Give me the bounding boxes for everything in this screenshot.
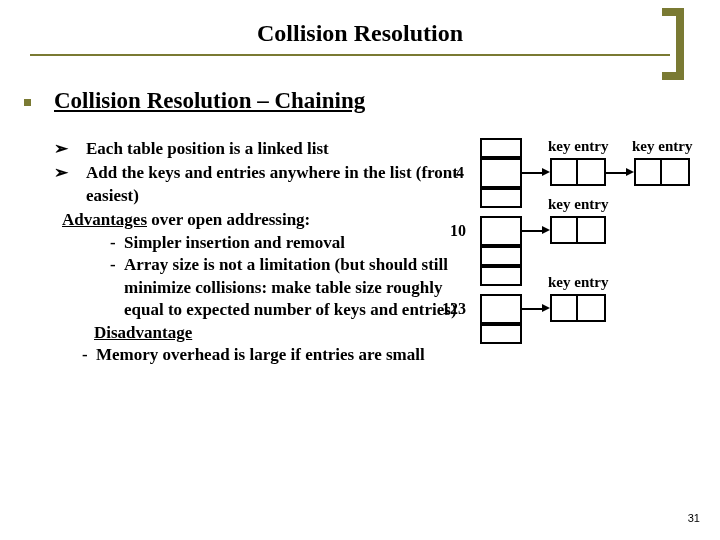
array-slot: [480, 138, 522, 158]
advantages-heading: Advantages over open addressing:: [54, 209, 464, 231]
array-slot: [480, 188, 522, 208]
dash-icon: -: [110, 232, 124, 254]
arrow-right-icon: [542, 168, 550, 176]
bullet-2: ➢ Add the keys and entries anywhere in t…: [54, 162, 464, 207]
content-block: ➢ Each table position is a linked list ➢…: [54, 138, 464, 366]
advantages-underline: Advantages: [62, 210, 147, 229]
bullet-2-text: Add the keys and entries anywhere in the…: [86, 162, 464, 207]
chaining-diagram: 4 10 123 key entry key entry key entry k…: [452, 138, 702, 418]
arrow-right-icon: [542, 226, 550, 234]
array-slot: [480, 324, 522, 344]
bullet-1: ➢ Each table position is a linked list: [54, 138, 464, 160]
node-key: [550, 158, 578, 186]
link-line: [522, 308, 544, 310]
adv-item-2-text: Array size is not a limitation (but shou…: [124, 254, 464, 321]
node-pair: [550, 216, 606, 244]
arrow-icon: ➢: [54, 138, 86, 160]
advantages-rest: over open addressing:: [147, 210, 310, 229]
index-10: 10: [450, 222, 466, 240]
adv-item-1: - Simpler insertion and removal: [110, 232, 464, 254]
arrow-right-icon: [626, 168, 634, 176]
index-4: 4: [456, 164, 464, 182]
corner-bracket-icon: [656, 8, 684, 80]
node-key: [550, 294, 578, 322]
dash-icon: -: [82, 344, 96, 366]
title-underline: [30, 54, 670, 56]
array-slot-123: [480, 294, 522, 324]
bullet-1-text: Each table position is a linked list: [86, 138, 464, 160]
key-entry-label: key entry: [548, 274, 608, 291]
advantages-list: - Simpler insertion and removal - Array …: [54, 232, 464, 322]
array-slot-10: [480, 216, 522, 246]
node-key: [634, 158, 662, 186]
disadv-item-1: - Memory overhead is large if entries ar…: [54, 344, 464, 366]
array-slot: [480, 266, 522, 286]
arrow-icon: ➢: [54, 162, 86, 207]
section-subtitle: Collision Resolution – Chaining: [54, 88, 365, 114]
node-key: [550, 216, 578, 244]
array-slot-4: [480, 158, 522, 188]
node-pair: [550, 158, 606, 186]
key-entry-label: key entry: [548, 138, 608, 155]
node-pair: [550, 294, 606, 322]
node-entry: [578, 216, 606, 244]
node-entry: [578, 294, 606, 322]
node-entry: [578, 158, 606, 186]
adv-item-2: - Array size is not a limitation (but sh…: [110, 254, 464, 321]
arrow-right-icon: [542, 304, 550, 312]
disadv-item-1-text: Memory overhead is large if entries are …: [96, 344, 425, 366]
link-line: [522, 230, 544, 232]
key-entry-label: key entry: [632, 138, 692, 155]
bullet-square-icon: [24, 99, 31, 106]
node-pair: [634, 158, 690, 186]
node-entry: [662, 158, 690, 186]
adv-item-1-text: Simpler insertion and removal: [124, 232, 345, 254]
slide-title: Collision Resolution: [0, 20, 720, 47]
dash-icon: -: [110, 254, 124, 321]
disadvantage-heading: Disadvantage: [54, 322, 464, 344]
link-line: [522, 172, 544, 174]
index-123: 123: [442, 300, 466, 318]
key-entry-label: key entry: [548, 196, 608, 213]
array-slot: [480, 246, 522, 266]
page-number: 31: [688, 512, 700, 524]
link-line: [606, 172, 628, 174]
